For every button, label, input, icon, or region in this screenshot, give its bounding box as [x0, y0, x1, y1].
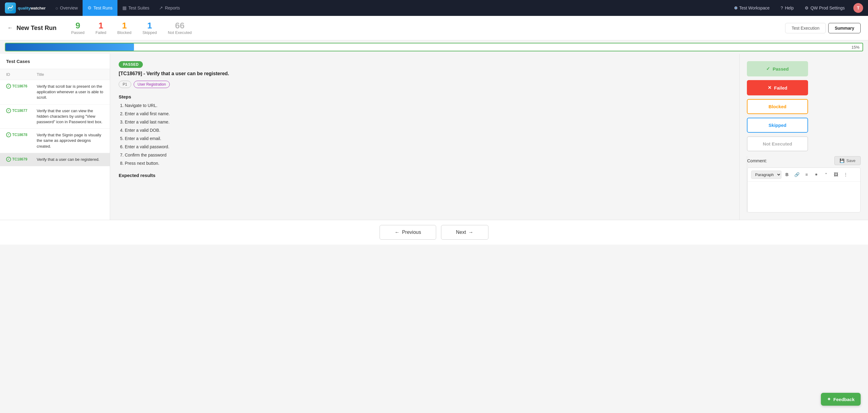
nav-overview-label: Overview — [60, 5, 78, 10]
avatar-initial: T — [857, 5, 860, 10]
tab-summary[interactable]: Summary — [828, 23, 861, 33]
test-title: Verify that scroll bar is present on the… — [37, 84, 104, 101]
nav-right: Test Workspace ? Help ⚙ QW Prod Settings… — [730, 0, 863, 16]
tab-summary-label: Summary — [835, 26, 854, 31]
list-item: Enter a valid last name. — [125, 119, 731, 125]
nav-test-runs-label: Test Runs — [93, 5, 112, 10]
table-row[interactable]: ✓ TC18677 Verify that the user can view … — [0, 104, 110, 129]
list-item: Enter a valid email. — [125, 135, 731, 142]
settings-icon: ⚙ — [805, 5, 809, 10]
passed-check-icon: ✓ — [766, 66, 770, 71]
tab-test-execution-label: Test Execution — [792, 26, 819, 31]
comment-label: Comment: — [747, 158, 767, 163]
list-item: Enter a valid password. — [125, 144, 731, 150]
stat-skipped-count: 1 — [143, 21, 157, 31]
expected-title: Expected results — [119, 173, 731, 178]
image-button[interactable]: 🖼 — [832, 170, 840, 179]
stat-passed-label: Passed — [71, 30, 85, 35]
tab-test-execution[interactable]: Test Execution — [785, 23, 826, 33]
stat-skipped-label: Skipped — [143, 30, 157, 35]
bold-button[interactable]: B — [783, 170, 791, 179]
status-icon-passed: ✓ — [6, 132, 11, 137]
btn-blocked[interactable]: Blocked — [747, 99, 808, 114]
tags-row: P1 User Registration — [119, 81, 731, 88]
logo[interactable]: qualitywatcher — [5, 2, 45, 13]
not-executed-label: Not Executed — [763, 141, 792, 147]
editor-body[interactable] — [747, 182, 860, 212]
steps-list: Navigate to URL. Enter a valid first nam… — [119, 102, 731, 167]
prev-arrow-icon: ← — [395, 230, 399, 235]
btn-skipped[interactable]: Skipped — [747, 118, 808, 133]
table-row[interactable]: ✓ TC18676 Verify that scroll bar is pres… — [0, 80, 110, 104]
numbered-list-button[interactable]: ⁕ — [812, 170, 820, 179]
progress-percent: 15% — [851, 45, 860, 50]
table-row[interactable]: ✓ TC18678 Verify that the Signin page is… — [0, 129, 110, 153]
test-id-tc18678: ✓ TC18678 — [6, 132, 37, 137]
nav-reports[interactable]: ↗ Reports — [154, 0, 185, 16]
quote-button[interactable]: " — [822, 170, 830, 179]
list-item: Press next button. — [125, 160, 731, 167]
status-icon-passed: ✓ — [6, 108, 11, 113]
test-case-title: [TC18679] - Verify that a user can be re… — [119, 71, 731, 76]
stat-failed-label: Failed — [95, 30, 106, 35]
btn-not-executed[interactable]: Not Executed — [747, 136, 808, 151]
btn-passed[interactable]: ✓ Passed — [747, 61, 808, 76]
save-button[interactable]: 💾 Save — [834, 156, 861, 165]
test-title: Verify that a user can be registered. — [37, 157, 99, 162]
tag-p1: P1 — [119, 81, 131, 88]
back-button[interactable]: ← — [7, 25, 13, 31]
stat-failed-count: 1 — [95, 21, 106, 31]
nav-test-suites[interactable]: ▦ Test Suites — [118, 0, 154, 16]
stat-not-executed: 66 Not Executed — [168, 21, 192, 35]
comment-editor: Paragraph B 🔗 ≡ ⁕ " 🖼 ⋮ — [747, 167, 861, 213]
comment-section: Comment: 💾 Save Paragraph B 🔗 ≡ ⁕ — [747, 156, 861, 213]
col-title-header: Title — [37, 72, 104, 77]
test-cases-panel: Test Cases ID Title ✓ TC18676 Verify tha… — [0, 54, 110, 220]
comment-label-row: Comment: 💾 Save — [747, 156, 861, 165]
detail-panel: PASSED [TC18679] - Verify that a user ca… — [110, 54, 740, 220]
actions-panel: ✓ Passed ✕ Failed Blocked Skipped Not Ex… — [740, 54, 868, 220]
test-id-tc18676: ✓ TC18676 — [6, 84, 37, 89]
save-label: Save — [846, 158, 856, 163]
link-button[interactable]: 🔗 — [793, 170, 801, 179]
failed-label: Failed — [774, 85, 787, 91]
btn-failed[interactable]: ✕ Failed — [747, 80, 808, 95]
status-icon-passed: ✓ — [6, 84, 11, 89]
overview-icon: ○ — [55, 5, 58, 11]
detail-and-actions: PASSED [TC18679] - Verify that a user ca… — [110, 54, 868, 220]
test-id-tc18679: ✓ TC18679 — [6, 157, 37, 162]
status-icon-passed: ✓ — [6, 157, 11, 162]
stat-skipped: 1 Skipped — [143, 21, 157, 35]
more-button[interactable]: ⋮ — [841, 170, 850, 179]
blocked-label: Blocked — [769, 104, 786, 109]
table-row[interactable]: ✓ TC18679 Verify that a user can be regi… — [0, 153, 110, 166]
passed-label: Passed — [773, 66, 789, 71]
stat-blocked-label: Blocked — [118, 30, 131, 35]
workspace-selector[interactable]: Test Workspace — [730, 0, 774, 16]
logo-icon — [5, 2, 16, 13]
prev-label: Previous — [402, 230, 421, 235]
avatar[interactable]: T — [853, 3, 863, 13]
col-id-header: ID — [6, 72, 37, 77]
workspace-label: Test Workspace — [739, 5, 770, 10]
header-bar: ← New Test Run 9 Passed 1 Failed 1 Block… — [0, 16, 868, 40]
steps-title: Steps — [119, 94, 731, 99]
status-btn-row2: Blocked Skipped Not Executed — [747, 99, 861, 151]
progress-bar — [5, 43, 134, 51]
test-id-label: TC18677 — [12, 108, 27, 113]
nav-settings-label: QW Prod Settings — [810, 5, 845, 10]
format-select[interactable]: Paragraph — [751, 170, 781, 179]
page-title: New Test Run — [17, 25, 57, 31]
nav-overview[interactable]: ○ Overview — [51, 0, 83, 16]
next-button[interactable]: Next → — [441, 225, 489, 240]
workspace-dot — [734, 6, 737, 9]
skipped-label: Skipped — [769, 123, 786, 128]
nav-test-runs[interactable]: ⚙ Test Runs — [83, 0, 117, 16]
nav-help[interactable]: ? Help — [776, 0, 799, 16]
table-header: ID Title — [0, 69, 110, 80]
nav-settings[interactable]: ⚙ QW Prod Settings — [800, 0, 850, 16]
editor-toolbar: Paragraph B 🔗 ≡ ⁕ " 🖼 ⋮ — [747, 168, 860, 182]
test-id-label: TC18678 — [12, 133, 27, 137]
bullet-list-button[interactable]: ≡ — [802, 170, 811, 179]
prev-button[interactable]: ← Previous — [379, 225, 436, 240]
